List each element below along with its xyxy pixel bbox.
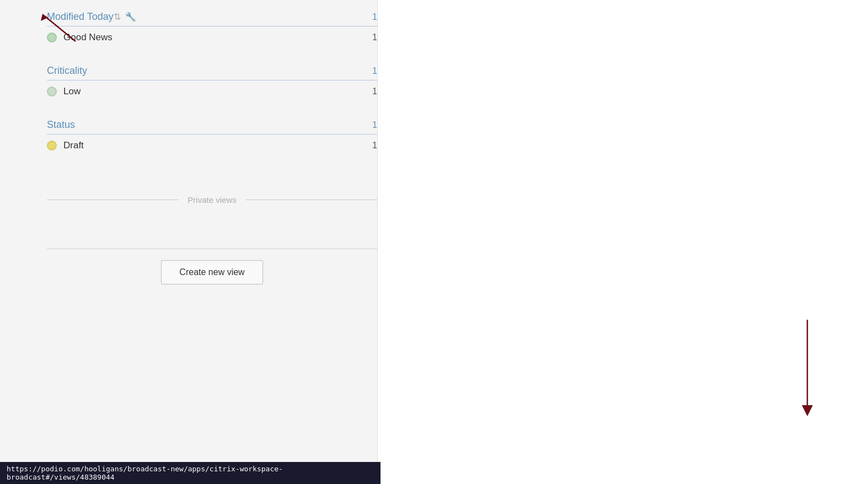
list-item[interactable]: Draft 1 bbox=[47, 135, 377, 157]
status-bar-url: https://podio.com/hooligans/broadcast-ne… bbox=[7, 465, 374, 481]
status-bar: https://podio.com/hooligans/broadcast-ne… bbox=[0, 462, 381, 484]
section-criticality: Criticality 1 Low 1 bbox=[47, 54, 377, 108]
main-content-area bbox=[378, 0, 868, 484]
divider-line-left bbox=[47, 200, 179, 200]
status-dot-draft bbox=[47, 141, 57, 150]
section-title-status[interactable]: Status bbox=[47, 119, 75, 131]
item-count-draft: 1 bbox=[372, 141, 377, 150]
section-title-criticality[interactable]: Criticality bbox=[47, 65, 87, 77]
divider-line-right bbox=[245, 200, 377, 200]
section-header-status: Status 1 bbox=[47, 119, 377, 135]
section-count-criticality: 1 bbox=[372, 66, 377, 76]
section-modified-today: Modified Today ⇅ 🔧 1 Good News 1 bbox=[47, 0, 377, 54]
list-item[interactable]: Low 1 bbox=[47, 80, 377, 103]
wrench-icon[interactable]: 🔧 bbox=[125, 12, 136, 22]
item-label-draft: Draft bbox=[63, 140, 366, 151]
item-count-low: 1 bbox=[372, 87, 377, 96]
list-item[interactable]: Good News 1 bbox=[47, 26, 377, 49]
sort-icon[interactable]: ⇅ bbox=[114, 12, 121, 22]
annotation-arrow-down bbox=[796, 320, 818, 419]
section-header-modified-today: Modified Today ⇅ 🔧 1 bbox=[47, 11, 377, 26]
sidebar-panel: Modified Today ⇅ 🔧 1 Good News 1 Critica… bbox=[0, 0, 378, 484]
section-count-modified-today: 1 bbox=[372, 12, 377, 22]
section-header-icons: ⇅ 🔧 bbox=[114, 12, 136, 22]
annotation-arrow-top-left bbox=[34, 11, 78, 44]
create-new-view-button[interactable]: Create new view bbox=[161, 260, 262, 284]
svg-marker-3 bbox=[802, 405, 813, 416]
item-label-low: Low bbox=[63, 86, 366, 97]
private-views-label: Private views bbox=[179, 195, 245, 205]
section-status: Status 1 Draft 1 bbox=[47, 108, 377, 162]
section-count-status: 1 bbox=[372, 120, 377, 130]
create-view-area: Create new view bbox=[47, 249, 377, 284]
item-count-good-news: 1 bbox=[372, 33, 377, 42]
svg-line-0 bbox=[45, 17, 76, 41]
item-label-good-news: Good News bbox=[63, 32, 366, 43]
sidebar-inner: Modified Today ⇅ 🔧 1 Good News 1 Critica… bbox=[47, 0, 377, 284]
section-header-criticality: Criticality 1 bbox=[47, 65, 377, 80]
status-dot-low bbox=[47, 87, 57, 96]
private-views-divider: Private views bbox=[47, 195, 377, 205]
svg-marker-1 bbox=[41, 14, 48, 21]
